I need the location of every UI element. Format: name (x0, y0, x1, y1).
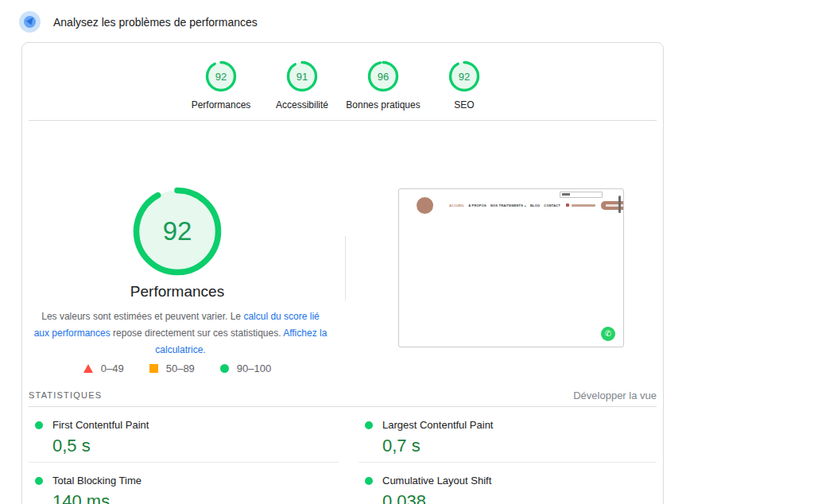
score-value: 92 (448, 60, 480, 92)
score-value: 92 (205, 60, 237, 92)
description-text: Les valeurs sont estimées et peuvent var… (41, 311, 243, 322)
site-logo (417, 197, 433, 214)
thumb-nav-item: ACCUEIL (449, 204, 464, 207)
metric-value: 0.038 (382, 492, 657, 504)
performance-score-gauge[interactable]: 92 (133, 187, 222, 276)
metric-value: 0,5 s (52, 436, 339, 456)
legend-label: 50–89 (166, 362, 195, 374)
legend-label: 90–100 (237, 362, 271, 374)
expand-view-link[interactable]: Développer la vue (573, 390, 657, 401)
category-score-row: 92 Performances 91 Accessibilité 96 (22, 60, 663, 110)
description-text: repose directement sur ces statistiques. (110, 328, 283, 339)
metric-name: Largest Contentful Paint (382, 419, 493, 431)
pagespeed-insights-icon (19, 11, 41, 33)
score-value: 91 (286, 60, 318, 92)
green-dot-icon (365, 421, 373, 429)
metric-largest-contentful-paint: Largest Contentful Paint 0,7 s (359, 407, 657, 462)
score-legend: 0–49 50–89 90–100 (26, 362, 328, 374)
gauge-performances[interactable]: 92 Performances (183, 60, 259, 110)
performance-score-value: 92 (133, 187, 222, 276)
phone-number-text (572, 204, 595, 207)
green-dot-icon (365, 477, 373, 485)
phone-icon (566, 204, 569, 207)
report-header: Analysez les problèmes de performances (19, 11, 258, 33)
metrics-grid: First Contentful Paint 0,5 s Largest Con… (29, 407, 657, 504)
score-description: Les valeurs sont estimées et peuvent var… (33, 308, 328, 359)
score-label: Performances (192, 99, 251, 110)
metric-first-contentful-paint: First Contentful Paint 0,5 s (29, 407, 339, 462)
page-screenshot-thumbnail: ACCUEIL À PROPOS NOS TRAITEMENTS + BLOG … (398, 188, 624, 347)
score-value: 96 (367, 60, 399, 92)
score-label: Bonnes pratiques (346, 99, 420, 110)
green-dot-icon (35, 421, 43, 429)
score-label: Accessibilité (276, 99, 328, 110)
thumb-nav-item: NOS TRAITEMENTS + (490, 204, 526, 207)
legend-range-high: 90–100 (220, 362, 271, 374)
performance-section-title: Performances (26, 283, 328, 300)
metric-name: First Contentful Paint (52, 419, 149, 431)
thumb-nav-item: BLOG (530, 204, 540, 207)
language-selector (560, 192, 603, 198)
gauge-bonnes-pratiques[interactable]: 96 Bonnes pratiques (345, 60, 421, 110)
whatsapp-icon: ✆ (601, 327, 615, 341)
vertical-divider (345, 236, 346, 300)
report-title: Analysez les problèmes de performances (53, 16, 258, 29)
thumbnail-nav: ACCUEIL À PROPOS NOS TRAITEMENTS + BLOG … (449, 204, 560, 207)
divider (29, 120, 657, 121)
green-dot-icon (35, 477, 43, 485)
orange-square-icon (149, 364, 158, 373)
thumbnail-scrollbar (618, 196, 621, 213)
red-triangle-icon (83, 364, 93, 373)
metric-value: 0,7 s (382, 436, 657, 456)
statistics-header-row: STATISTIQUES Développer la vue (29, 386, 657, 404)
lighthouse-report-card: 92 Performances 91 Accessibilité 96 (21, 42, 664, 504)
gauge-seo[interactable]: 92 SEO (426, 60, 502, 110)
metric-name: Total Blocking Time (52, 475, 141, 487)
metric-value: 140 ms (52, 492, 339, 504)
metric-cumulative-layout-shift: Cumulative Layout Shift 0.038 (359, 462, 657, 504)
legend-range-low: 0–49 (83, 362, 124, 374)
thumb-nav-item: À PROPOS (468, 204, 486, 207)
metric-name: Cumulative Layout Shift (382, 475, 491, 487)
green-circle-icon (220, 364, 229, 373)
legend-range-mid: 50–89 (149, 362, 195, 374)
score-label: SEO (454, 99, 474, 110)
legend-label: 0–49 (101, 362, 124, 374)
thumb-nav-item: CONTACT (544, 204, 560, 207)
metric-total-blocking-time: Total Blocking Time 140 ms (29, 462, 339, 504)
statistics-section-label: STATISTIQUES (29, 390, 102, 400)
gauge-accessibilite[interactable]: 91 Accessibilité (264, 60, 340, 110)
